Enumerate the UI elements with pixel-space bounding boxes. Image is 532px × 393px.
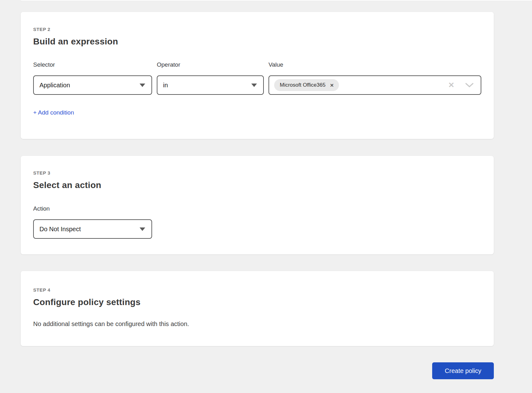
footer-actions: Create policy	[21, 362, 494, 379]
step4-settings-note: No additional settings can be configured…	[33, 320, 481, 328]
remove-tag-icon[interactable]: ✕	[330, 83, 334, 88]
add-condition-link[interactable]: + Add condition	[33, 109, 74, 116]
step2-card: STEP 2 Build an expression Selector Appl…	[21, 12, 494, 139]
create-policy-button[interactable]: Create policy	[432, 362, 494, 379]
step4-title: Configure policy settings	[33, 297, 481, 307]
selector-field-group: Selector Application	[33, 61, 152, 95]
action-dropdown-value: Do Not Inspect	[39, 226, 81, 233]
value-field-group: Value Microsoft Office365 ✕ ✕	[269, 61, 481, 95]
step3-label: STEP 3	[33, 170, 481, 176]
step2-title: Build an expression	[33, 37, 481, 47]
selector-dropdown[interactable]: Application	[33, 75, 152, 95]
step4-card: STEP 4 Configure policy settings No addi…	[21, 271, 494, 346]
chevron-down-icon	[140, 84, 145, 87]
action-field-label: Action	[33, 205, 481, 212]
value-multiselect[interactable]: Microsoft Office365 ✕ ✕	[269, 75, 481, 95]
action-dropdown[interactable]: Do Not Inspect	[33, 219, 152, 239]
clear-value-icon[interactable]: ✕	[448, 81, 454, 89]
operator-dropdown[interactable]: in	[157, 75, 264, 95]
step4-label: STEP 4	[33, 287, 481, 293]
selector-field-label: Selector	[33, 61, 152, 68]
operator-dropdown-value: in	[163, 82, 168, 89]
selected-value-tag-text: Microsoft Office365	[280, 82, 325, 88]
chevron-down-icon	[140, 227, 145, 231]
chevron-down-icon[interactable]	[465, 83, 474, 88]
previous-card-bottom-edge	[21, 0, 532, 1]
chevron-down-icon	[251, 84, 257, 87]
operator-field-group: Operator in	[157, 61, 264, 95]
step3-card: STEP 3 Select an action Action Do Not In…	[21, 156, 494, 254]
selector-dropdown-value: Application	[39, 82, 70, 89]
value-field-label: Value	[269, 61, 481, 68]
selected-value-tag: Microsoft Office365 ✕	[274, 79, 339, 91]
step2-label: STEP 2	[33, 27, 481, 32]
operator-field-label: Operator	[157, 61, 264, 68]
expression-fields-row: Selector Application Operator in Value M…	[33, 61, 481, 95]
step3-title: Select an action	[33, 180, 481, 190]
